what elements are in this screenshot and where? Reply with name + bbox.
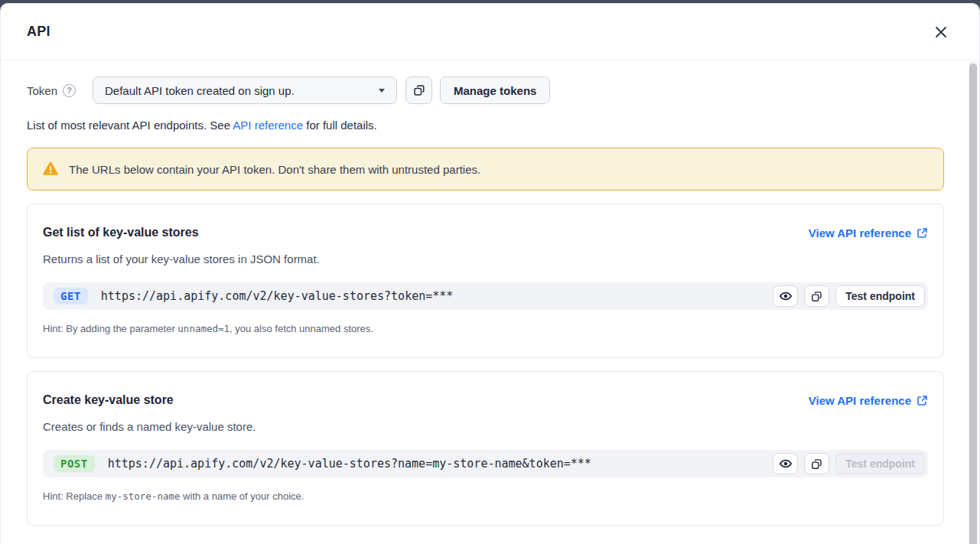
warning-icon [42, 161, 59, 177]
hint-code: unnamed=1 [177, 323, 230, 334]
eye-icon [779, 289, 793, 303]
card-title: Get list of key-value stores [43, 226, 199, 239]
copy-icon [810, 458, 823, 471]
close-button[interactable] [930, 21, 952, 43]
manage-tokens-button[interactable]: Manage tokens [440, 77, 550, 104]
view-api-reference-link[interactable]: View API reference [809, 394, 928, 407]
copy-url-button[interactable] [804, 285, 829, 307]
endpoint-hint: Hint: By adding the parameter unnamed=1,… [43, 323, 928, 334]
hint-code: my-store-name [106, 490, 181, 502]
hint-suffix: , you also fetch unnamed stores. [230, 323, 373, 334]
token-select[interactable]: Default API token created on sign up. [93, 77, 397, 104]
view-api-reference-label: View API reference [809, 226, 911, 239]
test-endpoint-button[interactable]: Test endpoint [835, 285, 925, 307]
scrollbar[interactable] [969, 62, 978, 544]
token-row: Token ? Default API token created on sig… [27, 77, 944, 104]
external-link-icon [917, 227, 928, 239]
endpoint-row: GET https://api.apify.com/v2/key-value-s… [43, 282, 928, 310]
warning-text: The URLs below contain your API token. D… [69, 163, 480, 176]
endpoint-card-create: Create key-value store View API referenc… [27, 371, 944, 526]
eye-icon [779, 457, 793, 471]
hint-suffix: with a name of your choice. [181, 490, 304, 502]
help-icon[interactable]: ? [63, 84, 76, 97]
reveal-token-button[interactable] [773, 453, 798, 474]
method-badge-get: GET [54, 288, 88, 305]
scrollbar-thumb[interactable] [969, 64, 977, 544]
view-api-reference-link[interactable]: View API reference [809, 226, 928, 239]
endpoint-url: https://api.apify.com/v2/key-value-store… [101, 289, 454, 303]
chevron-down-icon [379, 89, 385, 93]
token-label: Token [27, 84, 57, 97]
card-description: Returns a list of your key-value stores … [43, 252, 928, 265]
copy-icon [412, 83, 426, 97]
card-description: Creates or finds a named key-value store… [43, 420, 928, 433]
modal-header: API [1, 4, 979, 60]
token-select-value: Default API token created on sign up. [105, 84, 295, 97]
reveal-token-button[interactable] [773, 285, 798, 307]
copy-icon [810, 290, 823, 303]
hint-prefix: Hint: Replace [43, 490, 106, 502]
external-link-icon [917, 395, 928, 406]
hint-prefix: Hint: By adding the parameter [43, 323, 177, 334]
modal-body: Token ? Default API token created on sig… [1, 60, 979, 544]
card-head: Get list of key-value stores View API re… [43, 226, 928, 239]
endpoint-row: POST https://api.apify.com/v2/key-value-… [43, 450, 928, 477]
view-api-reference-label: View API reference [809, 394, 911, 407]
test-endpoint-button-disabled: Test endpoint [835, 453, 925, 474]
copy-url-button[interactable] [804, 453, 829, 474]
card-title: Create key-value store [43, 393, 174, 407]
intro-before: List of most relevant API endpoints. See [27, 119, 233, 132]
endpoint-actions: Test endpoint [773, 285, 925, 307]
card-head: Create key-value store View API referenc… [43, 393, 928, 407]
intro-text: List of most relevant API endpoints. See… [27, 119, 944, 132]
close-icon [933, 24, 949, 40]
page-title: API [27, 24, 50, 40]
copy-token-button[interactable] [405, 77, 432, 104]
intro-after: for full details. [303, 119, 377, 132]
warning-banner: The URLs below contain your API token. D… [27, 148, 944, 191]
endpoint-hint: Hint: Replace my-store-name with a name … [43, 490, 928, 502]
endpoint-url: https://api.apify.com/v2/key-value-store… [108, 457, 591, 471]
api-reference-link[interactable]: API reference [233, 119, 303, 132]
endpoint-card-get-list: Get list of key-value stores View API re… [27, 204, 944, 358]
method-badge-post: POST [54, 455, 95, 472]
api-modal: API Token ? Default API token created on… [0, 3, 980, 544]
endpoint-actions: Test endpoint [773, 453, 925, 474]
